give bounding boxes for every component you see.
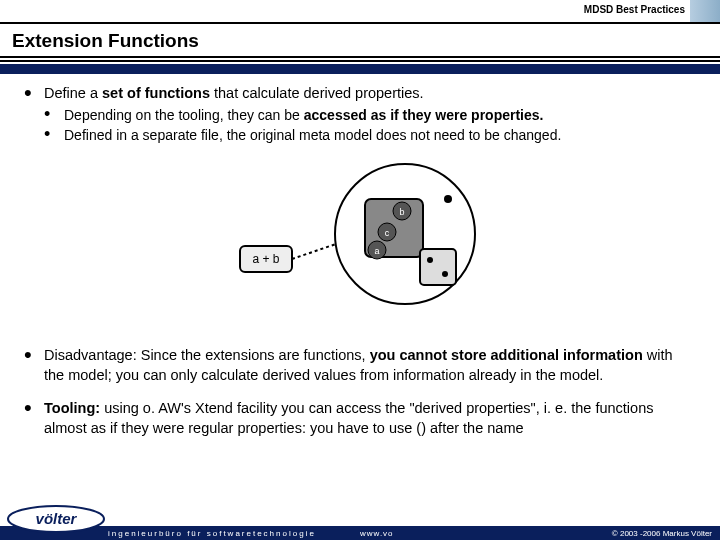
bullet-3-a: Tooling:	[44, 400, 100, 416]
bullet-2-a: Disadvantage: Since the extensions are f…	[44, 347, 370, 363]
svg-rect-6	[420, 249, 456, 285]
sub-bullet-1: Depending on the tooling, they can be ac…	[44, 106, 696, 124]
svg-point-7	[427, 257, 433, 263]
bullet-1: Define a set of functions that calculate…	[24, 84, 696, 144]
sub-bullet-2-text: Defined in a separate file, the original…	[64, 127, 561, 143]
sub-bullet-1-a: Depending on the tooling, they can be	[64, 107, 304, 123]
node-a-label: a	[374, 246, 379, 256]
svg-point-5	[444, 195, 452, 203]
sub-bullet-2: Defined in a separate file, the original…	[44, 126, 696, 144]
header-subtitle: MDSD Best Practices	[584, 4, 685, 15]
diagram-svg: b c a a + b	[220, 154, 500, 324]
footer-left-text: ingenieurbüro für softwaretechnologie	[108, 529, 316, 538]
header-bar: MDSD Best Practices	[0, 0, 720, 22]
footer-mid-text: www.vo	[360, 529, 394, 538]
bullet-2: Disadvantage: Since the extensions are f…	[24, 346, 696, 385]
bullet-list-2: Disadvantage: Since the extensions are f…	[24, 346, 696, 438]
svg-point-8	[442, 271, 448, 277]
logo-icon: völter	[6, 504, 106, 534]
footer: völter ingenieurbüro für softwaretechnol…	[0, 512, 720, 540]
slide-title: Extension Functions	[0, 22, 720, 58]
node-c-label: c	[385, 228, 390, 238]
footer-right-text: © 2003 -2006 Markus Völter	[612, 529, 712, 538]
sub-bullet-1-b: accessed as if they were properties.	[304, 107, 544, 123]
bullet-list: Define a set of functions that calculate…	[24, 84, 696, 144]
ab-box-label: a + b	[252, 252, 279, 266]
node-b-label: b	[399, 207, 404, 217]
sub-bullet-list-1: Depending on the tooling, they can be ac…	[44, 106, 696, 144]
svg-line-10	[292, 244, 336, 259]
header-decoration	[690, 0, 720, 22]
bullet-1-text-a: Define a	[44, 85, 102, 101]
diagram: b c a a + b	[24, 154, 696, 328]
bullet-2-b: you cannot store additional information	[370, 347, 643, 363]
bullet-1-bold: set of functions	[102, 85, 210, 101]
bullet-1-text-b: that calculate derived properties.	[210, 85, 424, 101]
title-underline-bar	[0, 64, 720, 74]
content-area: Define a set of functions that calculate…	[0, 74, 720, 438]
bullet-3: Tooling: using o. AW's Xtend facility yo…	[24, 399, 696, 438]
svg-text:völter: völter	[36, 510, 78, 527]
bullet-3-b: using o. AW's Xtend facility you can acc…	[44, 400, 653, 436]
